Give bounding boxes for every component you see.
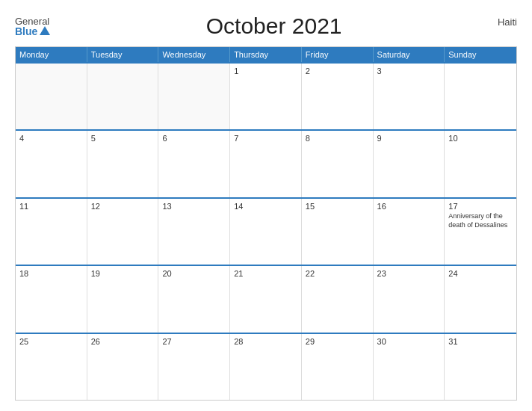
day-number: 6	[162, 134, 226, 143]
cal-cell: 23	[374, 266, 445, 332]
cal-cell: 21	[230, 266, 302, 332]
cal-cell: 1	[230, 64, 302, 129]
day-number: 12	[91, 202, 155, 211]
calendar-header: General Blue October 2021 Haiti	[15, 13, 517, 39]
day-header-tuesday: Tuesday	[87, 47, 159, 62]
day-number: 29	[306, 337, 369, 346]
cal-cell: 20	[158, 266, 230, 332]
week-row-5: 25262728293031	[16, 333, 516, 400]
day-number: 24	[448, 269, 513, 278]
day-header-wednesday: Wednesday	[158, 47, 230, 62]
cal-cell: 6	[158, 131, 230, 197]
day-number: 16	[377, 202, 441, 211]
day-number: 19	[91, 269, 155, 278]
day-number: 1	[234, 67, 297, 75]
cal-cell: 30	[374, 334, 445, 400]
day-number: 27	[162, 337, 226, 346]
logo-blue-text: Blue	[15, 26, 50, 37]
cal-cell	[158, 64, 230, 129]
cal-cell	[16, 64, 87, 129]
cal-cell: 14	[230, 199, 302, 265]
day-header-friday: Friday	[302, 47, 374, 62]
day-number: 13	[162, 202, 226, 211]
day-header-saturday: Saturday	[374, 47, 445, 62]
calendar-title: October 2021	[50, 13, 498, 39]
cal-cell: 11	[16, 199, 87, 265]
calendar-grid: MondayTuesdayWednesdayThursdayFridaySatu…	[15, 46, 517, 401]
day-number: 4	[19, 134, 83, 143]
day-number: 26	[91, 337, 155, 346]
day-number: 22	[306, 269, 369, 278]
day-number: 28	[234, 337, 297, 346]
cal-cell: 5	[87, 131, 159, 197]
day-header-thursday: Thursday	[230, 47, 302, 62]
week-row-3: 11121314151617Anniversary of the death o…	[16, 197, 516, 265]
cal-cell: 17Anniversary of the death of Dessalines	[445, 199, 516, 265]
logo-general-text: General	[15, 16, 50, 26]
cal-cell: 15	[302, 199, 374, 265]
calendar-body: 1234567891011121314151617Anniversary of …	[16, 62, 516, 400]
cal-cell: 24	[445, 266, 516, 332]
day-number: 8	[306, 134, 369, 143]
cal-cell: 4	[16, 131, 87, 197]
cal-cell: 7	[230, 131, 302, 197]
cal-cell: 19	[87, 266, 159, 332]
day-number: 11	[19, 202, 83, 211]
cal-cell: 16	[374, 199, 445, 265]
cal-cell: 8	[302, 131, 374, 197]
day-number: 2	[306, 67, 369, 75]
week-row-1: 123	[16, 62, 516, 129]
day-header-monday: Monday	[16, 47, 87, 62]
week-row-4: 18192021222324	[16, 265, 516, 332]
cal-cell	[445, 64, 516, 129]
cal-cell: 10	[445, 131, 516, 197]
day-number: 31	[448, 337, 513, 346]
day-number: 20	[162, 269, 226, 278]
cal-cell: 9	[374, 131, 445, 197]
logo-triangle-icon	[40, 26, 50, 35]
cal-cell: 22	[302, 266, 374, 332]
cal-cell: 31	[445, 334, 516, 400]
cal-cell: 18	[16, 266, 87, 332]
calendar-page: General Blue October 2021 Haiti MondayTu…	[0, 0, 532, 411]
day-number: 14	[234, 202, 297, 211]
day-number: 10	[448, 134, 513, 143]
cal-cell: 29	[302, 334, 374, 400]
logo: General Blue	[15, 16, 50, 37]
cal-cell: 25	[16, 334, 87, 400]
cal-cell: 26	[87, 334, 159, 400]
day-number: 5	[91, 134, 155, 143]
cal-cell	[87, 64, 159, 129]
cal-cell: 28	[230, 334, 302, 400]
day-number: 25	[19, 337, 83, 346]
cal-cell: 12	[87, 199, 159, 265]
day-number: 15	[306, 202, 369, 211]
week-row-2: 45678910	[16, 129, 516, 197]
holiday-label: Anniversary of the death of Dessalines	[448, 212, 513, 229]
day-number: 17	[448, 202, 513, 211]
day-number: 9	[377, 134, 441, 143]
cal-cell: 13	[158, 199, 230, 265]
day-number: 23	[377, 269, 441, 278]
day-number: 21	[234, 269, 297, 278]
day-number: 30	[377, 337, 441, 346]
day-number: 18	[19, 269, 83, 278]
cal-cell: 3	[374, 64, 445, 129]
day-number: 7	[234, 134, 297, 143]
cal-cell: 2	[302, 64, 374, 129]
calendar-header-row: MondayTuesdayWednesdayThursdayFridaySatu…	[16, 47, 516, 62]
cal-cell: 27	[158, 334, 230, 400]
country-label: Haiti	[498, 16, 517, 28]
day-number: 3	[377, 67, 441, 75]
day-header-sunday: Sunday	[445, 47, 516, 62]
